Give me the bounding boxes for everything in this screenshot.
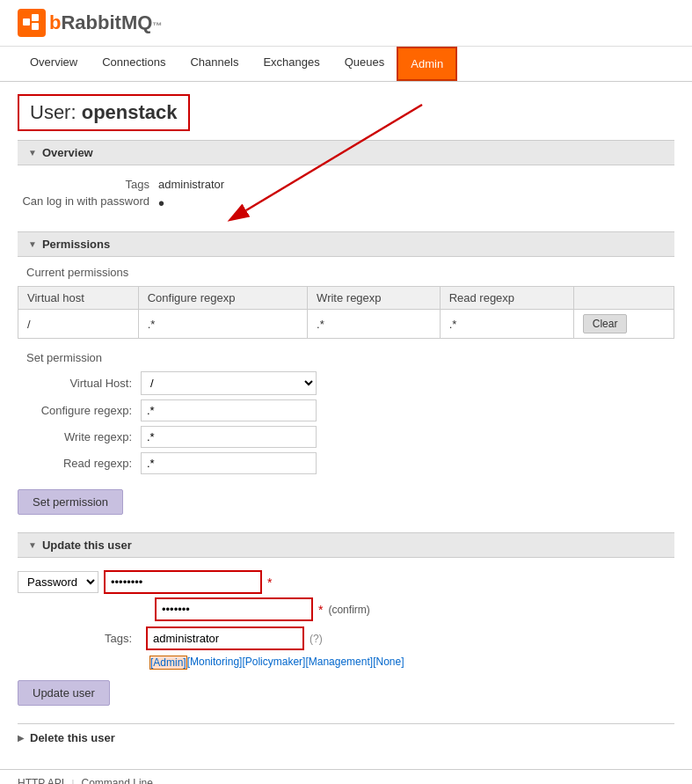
update-user-button[interactable]: Update user (18, 680, 110, 706)
password-type-select[interactable]: Password Hashed (18, 571, 98, 593)
permissions-content: Current permissions Virtual host Configu… (18, 257, 674, 532)
password-row: Password Hashed * (18, 570, 674, 594)
virtual-host-label: Virtual Host: (18, 377, 141, 390)
write-regexp-label: Write regexp: (18, 430, 141, 443)
read-regexp-row: Read regexp: (18, 452, 674, 474)
logo-text: bRabbitMQ™ (49, 11, 162, 34)
svg-rect-2 (32, 23, 39, 30)
table-row: / .* .* .* Clear (18, 310, 674, 339)
footer: HTTP API | Command Line (0, 769, 692, 784)
footer-command-line[interactable]: Command Line (82, 777, 153, 784)
cell-read: .* (440, 310, 573, 339)
tag-management[interactable]: [Management] (305, 656, 373, 670)
password-confirm-input[interactable] (155, 597, 313, 621)
confirm-label: (confirm) (328, 604, 369, 616)
navigation: Overview Connections Channels Exchanges … (0, 47, 692, 82)
set-permission-button[interactable]: Set permission (18, 489, 123, 515)
tags-row: Tags administrator (18, 178, 674, 191)
nav-exchanges[interactable]: Exchanges (251, 47, 331, 81)
can-login-row: Can log in with password • (18, 194, 674, 212)
footer-separator: | (71, 777, 74, 784)
delete-section: ▶ Delete this user (18, 723, 674, 751)
delete-section-header[interactable]: ▶ Delete this user (18, 731, 674, 744)
col-read: Read regexp (440, 287, 573, 310)
update-section-header[interactable]: ▼ Update this user (18, 532, 674, 558)
update-section-title: Update this user (42, 539, 132, 552)
delete-section-title: Delete this user (30, 731, 115, 744)
tag-monitoring[interactable]: [Monitoring] (187, 656, 243, 670)
required-star-2: * (318, 603, 323, 617)
header: bRabbitMQ™ (0, 0, 692, 47)
clear-button[interactable]: Clear (583, 314, 628, 333)
required-star-1: * (267, 575, 272, 590)
read-regexp-input[interactable] (141, 452, 317, 474)
tags-edit-label: Tags: (18, 632, 141, 645)
col-vhost: Virtual host (18, 287, 139, 310)
page-title-box: User: openstack (18, 94, 190, 131)
tags-value: administrator (158, 178, 224, 191)
current-permissions-label: Current permissions (18, 266, 674, 279)
update-collapse-icon: ▼ (28, 540, 37, 550)
svg-rect-0 (23, 18, 30, 26)
overview-content: Tags administrator Can log in with passw… (18, 165, 674, 224)
read-regexp-label: Read regexp: (18, 457, 141, 470)
virtual-host-select[interactable]: / (141, 371, 317, 395)
permissions-collapse-icon: ▼ (28, 239, 37, 249)
tags-label: Tags (18, 178, 158, 191)
set-permission-label: Set permission (18, 351, 674, 364)
col-configure: Configure regexp (138, 287, 307, 310)
virtual-host-row: Virtual Host: / (18, 371, 674, 395)
can-login-label: Can log in with password (18, 194, 158, 212)
nav-overview[interactable]: Overview (18, 47, 90, 81)
nav-channels[interactable]: Channels (178, 47, 251, 81)
write-regexp-input[interactable] (141, 426, 317, 448)
configure-regexp-input[interactable] (141, 399, 317, 421)
tag-options: [Admin] [Monitoring] [Policymaker] [Mana… (149, 656, 674, 670)
svg-rect-1 (32, 14, 39, 21)
configure-regexp-label: Configure regexp: (18, 404, 141, 417)
cell-clear: Clear (573, 310, 674, 339)
tag-none[interactable]: [None] (373, 656, 404, 670)
permissions-section-title: Permissions (42, 238, 110, 251)
can-login-value: • (158, 194, 164, 212)
main-content: User: openstack ▼ Overview Tags administ… (0, 82, 692, 769)
configure-regexp-row: Configure regexp: (18, 399, 674, 421)
delete-collapse-icon: ▶ (18, 733, 25, 743)
confirm-row: * (confirm) (155, 597, 674, 621)
write-regexp-row: Write regexp: (18, 426, 674, 448)
nav-connections[interactable]: Connections (90, 47, 178, 81)
help-icon[interactable]: (?) (310, 633, 323, 645)
col-write: Write regexp (308, 287, 441, 310)
nav-admin[interactable]: Admin (397, 47, 457, 81)
tags-edit-input[interactable] (146, 626, 304, 650)
logo-icon (18, 9, 46, 37)
cell-configure: .* (138, 310, 307, 339)
tag-admin[interactable]: [Admin] (149, 656, 187, 670)
cell-write: .* (308, 310, 441, 339)
update-content: Password Hashed * * (confirm) Tags: (?) … (18, 558, 674, 723)
nav-queues[interactable]: Queues (332, 47, 397, 81)
overview-section-title: Overview (42, 146, 93, 159)
overview-section-header[interactable]: ▼ Overview (18, 140, 674, 165)
logo: bRabbitMQ™ (18, 9, 162, 37)
password-input[interactable] (104, 570, 262, 594)
page-title: User: openstack (30, 101, 178, 124)
tag-policymaker[interactable]: [Policymaker] (242, 656, 305, 670)
permissions-section-header[interactable]: ▼ Permissions (18, 231, 674, 257)
overview-collapse-icon: ▼ (28, 148, 37, 158)
permissions-table: Virtual host Configure regexp Write rege… (18, 286, 674, 339)
footer-http-api[interactable]: HTTP API (18, 777, 64, 784)
tags-edit-row: Tags: (?) (18, 626, 674, 650)
col-action (573, 287, 674, 310)
cell-vhost: / (18, 310, 139, 339)
